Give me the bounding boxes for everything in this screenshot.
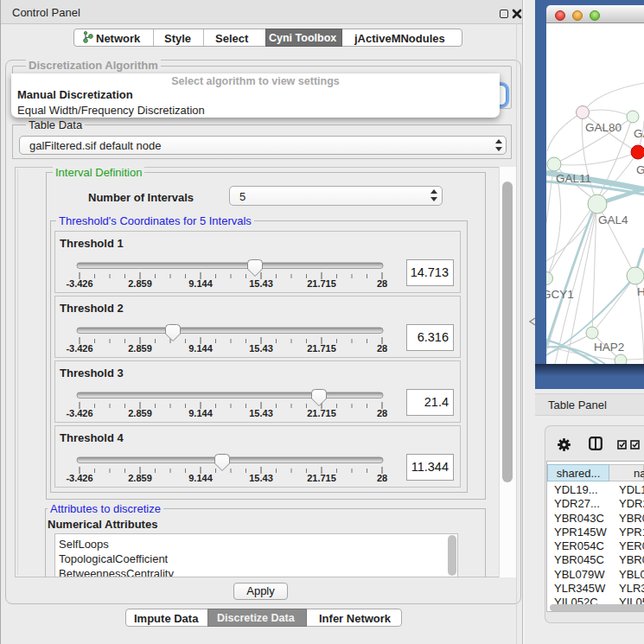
svg-text:15.43: 15.43 [249,473,273,483]
svg-text:GAL80: GAL80 [585,121,622,134]
svg-text:GCY1: GCY1 [546,288,574,301]
svg-text:2.859: 2.859 [128,408,152,418]
svg-text:2.859: 2.859 [128,343,152,354]
svg-text:9.144: 9.144 [188,278,213,289]
svg-text:21.715: 21.715 [307,278,336,289]
svg-text:28: 28 [377,473,387,483]
svg-text:GAL4: GAL4 [598,214,628,226]
svg-text:9.144: 9.144 [188,473,213,483]
svg-text:HAP2: HAP2 [594,341,624,354]
svg-text:15.43: 15.43 [249,343,273,354]
svg-text:28: 28 [377,343,387,354]
svg-text:-3.426: -3.426 [66,278,92,289]
svg-text:15.43: 15.43 [249,408,273,418]
svg-text:9.144: 9.144 [188,408,213,418]
svg-text:GA: GA [636,163,644,176]
svg-text:15.43: 15.43 [249,278,273,289]
svg-text:2.859: 2.859 [128,278,152,289]
svg-text:-3.426: -3.426 [66,473,92,483]
svg-text:GA: GA [634,127,644,140]
svg-text:9.144: 9.144 [188,343,213,354]
svg-text:28: 28 [377,278,387,289]
svg-text:2.859: 2.859 [128,473,152,483]
svg-text:21.715: 21.715 [307,408,336,418]
svg-text:-3.426: -3.426 [66,343,92,354]
svg-text:-3.426: -3.426 [66,408,92,418]
svg-text:21.715: 21.715 [307,343,336,354]
svg-text:GAL11: GAL11 [556,172,591,185]
svg-text:21.715: 21.715 [307,473,336,483]
svg-text:HI: HI [637,285,644,298]
svg-text:28: 28 [377,408,387,418]
